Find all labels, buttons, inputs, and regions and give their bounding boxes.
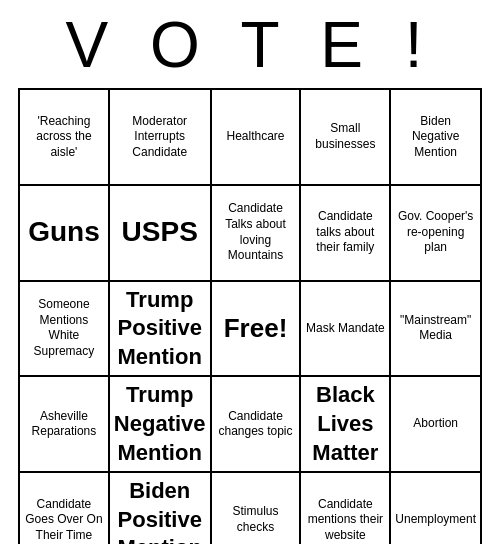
bingo-cell-21: Biden Positive Mention bbox=[110, 473, 212, 544]
bingo-cell-2: Healthcare bbox=[212, 90, 302, 186]
bingo-cell-9: Gov. Cooper's re-opening plan bbox=[391, 186, 482, 282]
bingo-grid: 'Reaching across the aisle'Moderator Int… bbox=[18, 88, 482, 544]
bingo-cell-23: Candidate mentions their website bbox=[301, 473, 391, 544]
bingo-cell-13: Mask Mandate bbox=[301, 282, 391, 378]
bingo-card: V O T E ! 'Reaching across the aisle'Mod… bbox=[10, 0, 490, 544]
bingo-cell-4: Biden Negative Mention bbox=[391, 90, 482, 186]
bingo-cell-3: Small businesses bbox=[301, 90, 391, 186]
bingo-cell-20: Candidate Goes Over On Their Time bbox=[20, 473, 110, 544]
bingo-cell-14: "Mainstream" Media bbox=[391, 282, 482, 378]
bingo-cell-7: Candidate Talks about loving Mountains bbox=[212, 186, 302, 282]
bingo-cell-1: Moderator Interrupts Candidate bbox=[110, 90, 212, 186]
bingo-cell-24: Unemployment bbox=[391, 473, 482, 544]
bingo-cell-22: Stimulus checks bbox=[212, 473, 302, 544]
bingo-cell-10: Someone Mentions White Supremacy bbox=[20, 282, 110, 378]
bingo-cell-18: Black Lives Matter bbox=[301, 377, 391, 473]
bingo-cell-8: Candidate talks about their family bbox=[301, 186, 391, 282]
bingo-cell-11: Trump Positive Mention bbox=[110, 282, 212, 378]
bingo-cell-0: 'Reaching across the aisle' bbox=[20, 90, 110, 186]
bingo-cell-19: Abortion bbox=[391, 377, 482, 473]
bingo-cell-12: Free! bbox=[212, 282, 302, 378]
bingo-cell-17: Candidate changes topic bbox=[212, 377, 302, 473]
bingo-cell-6: USPS bbox=[110, 186, 212, 282]
bingo-cell-16: Trump Negative Mention bbox=[110, 377, 212, 473]
bingo-title: V O T E ! bbox=[18, 8, 482, 82]
bingo-cell-15: Asheville Reparations bbox=[20, 377, 110, 473]
bingo-cell-5: Guns bbox=[20, 186, 110, 282]
